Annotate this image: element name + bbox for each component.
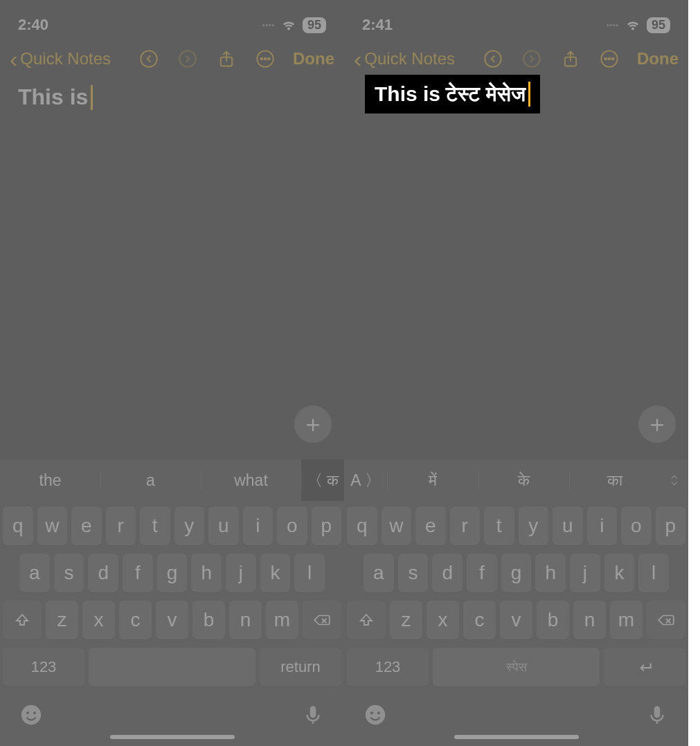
key-y[interactable]: y [174,507,205,545]
key-g[interactable]: g [157,554,188,592]
key-e[interactable]: e [71,507,102,545]
key-p[interactable]: p [656,507,686,545]
shift-key[interactable] [347,601,386,639]
svg-point-7 [21,705,41,725]
language-toggle[interactable]: A 〉 [344,460,387,501]
key-k[interactable]: k [260,554,291,592]
key-j[interactable]: j [570,554,600,592]
key-i[interactable]: i [587,507,618,545]
more-button[interactable] [598,48,620,70]
undo-button[interactable] [482,48,504,70]
key-o[interactable]: o [277,507,307,545]
key-t[interactable]: t [484,507,514,545]
key-i[interactable]: i [243,507,273,545]
key-n[interactable]: n [229,601,262,639]
key-s[interactable]: s [54,554,84,592]
key-m[interactable]: m [610,601,643,639]
key-d[interactable]: d [88,554,118,592]
emoji-button[interactable] [19,703,43,729]
done-button[interactable]: Done [293,49,334,69]
suggestion[interactable]: का [569,460,661,501]
note-content[interactable]: This is ＋ [0,82,344,460]
language-toggle[interactable]: 〈 क [301,460,344,501]
suggestion[interactable]: a [100,460,201,501]
back-button[interactable]: ‹ Quick Notes [354,47,455,71]
suggestion[interactable]: के [478,460,570,501]
key-u[interactable]: u [553,507,583,545]
back-button[interactable]: ‹ Quick Notes [10,47,111,71]
redo-button[interactable] [521,48,543,70]
suggestion[interactable]: the [0,460,100,501]
done-button[interactable]: Done [637,49,679,69]
key-z[interactable]: z [390,601,422,639]
redo-button[interactable] [177,48,199,70]
key-l[interactable]: l [638,554,669,592]
space-key[interactable] [89,648,255,686]
key-a[interactable]: a [19,554,50,592]
key-m[interactable]: m [266,601,298,639]
key-n[interactable]: n [573,601,606,639]
home-indicator[interactable] [454,735,579,739]
return-key[interactable] [604,648,685,686]
key-a[interactable]: a [364,554,394,592]
svg-rect-10 [310,706,316,718]
key-l[interactable]: l [294,554,325,592]
more-button[interactable] [254,48,276,70]
key-q[interactable]: q [3,507,33,545]
key-z[interactable]: z [46,601,78,639]
key-b[interactable]: b [537,601,569,639]
key-r[interactable]: r [450,507,481,545]
wifi-icon [280,15,297,35]
key-c[interactable]: c [463,601,496,639]
suggestion[interactable]: में [387,460,478,501]
key-g[interactable]: g [501,554,532,592]
key-k[interactable]: k [604,554,635,592]
key-v[interactable]: v [156,601,188,639]
key-h[interactable]: h [535,554,566,592]
status-bar: 2:41 •••• 95 [344,0,688,40]
key-y[interactable]: y [519,507,549,545]
suggestion-bar: A 〉 में के का [344,460,688,501]
dictation-button[interactable] [301,703,325,729]
suggestion[interactable]: what [201,460,301,501]
backspace-key[interactable] [647,601,685,639]
key-o[interactable]: o [621,507,652,545]
home-indicator[interactable] [110,735,235,739]
key-d[interactable]: d [432,554,463,592]
undo-button[interactable] [138,48,160,70]
key-v[interactable]: v [500,601,532,639]
share-button[interactable] [559,48,582,70]
key-f[interactable]: f [467,554,497,592]
emoji-button[interactable] [364,703,387,729]
add-button[interactable]: ＋ [294,406,332,443]
add-button[interactable]: ＋ [638,406,676,443]
key-u[interactable]: u [208,507,239,545]
dictation-button[interactable] [645,703,669,729]
note-content[interactable]: ＋ [344,82,688,460]
key-x[interactable]: x [427,601,459,639]
key-h[interactable]: h [191,554,222,592]
key-w[interactable]: w [37,507,68,545]
key-w[interactable]: w [382,507,412,545]
return-key[interactable]: return [260,648,341,686]
space-key[interactable]: स्पेस [433,648,600,686]
key-s[interactable]: s [398,554,429,592]
key-f[interactable]: f [123,554,153,592]
key-p[interactable]: p [312,507,342,545]
key-j[interactable]: j [226,554,256,592]
key-x[interactable]: x [82,601,115,639]
key-e[interactable]: e [415,507,446,545]
key-r[interactable]: r [106,507,136,545]
text-cursor [528,82,530,107]
key-t[interactable]: t [140,507,170,545]
backspace-key[interactable] [303,601,341,639]
key-c[interactable]: c [119,601,152,639]
shift-key[interactable] [3,601,42,639]
key-b[interactable]: b [192,601,225,639]
expand-suggestions-icon[interactable] [661,460,688,501]
key-q[interactable]: q [347,507,377,545]
numbers-key[interactable]: 123 [347,648,429,686]
back-label: Quick Notes [364,49,455,69]
numbers-key[interactable]: 123 [3,648,84,686]
share-button[interactable] [215,48,237,70]
